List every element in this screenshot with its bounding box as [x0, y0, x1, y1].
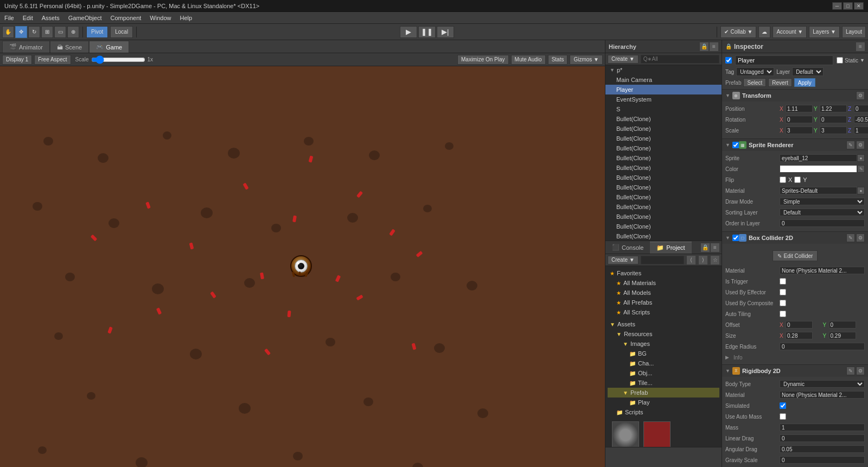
fav-all-materials[interactable]: ★ All Materials	[608, 278, 719, 288]
hierarchy-item-bullet13[interactable]: Bullet(Clone)	[605, 231, 722, 241]
cloud-button[interactable]: ☁	[758, 26, 770, 38]
flip-x-checkbox[interactable]	[780, 176, 786, 183]
assets-cha[interactable]: 📁 Cha...	[608, 358, 719, 368]
assets-images[interactable]: ▼ Images	[608, 339, 719, 349]
hierarchy-search[interactable]	[641, 55, 719, 64]
assets-resources[interactable]: ▼ Resources	[608, 329, 719, 339]
hierarchy-item-bullet1[interactable]: Bullet(Clone)	[605, 114, 722, 124]
select-button[interactable]: Select	[743, 78, 766, 87]
layer-select[interactable]: Default	[792, 67, 824, 76]
rot-z-input[interactable]	[854, 116, 868, 123]
fav-all-scripts[interactable]: ★ All Scripts	[608, 307, 719, 317]
transform-settings-button[interactable]: ⚙	[856, 91, 865, 100]
size-y-input[interactable]	[829, 332, 856, 339]
project-lock-button[interactable]: 🔒	[701, 243, 710, 252]
hierarchy-item-player[interactable]: Player	[605, 85, 722, 94]
hierarchy-item-bullet8[interactable]: Bullet(Clone)	[605, 182, 722, 192]
scale-slider[interactable]	[91, 56, 145, 64]
tool-scale[interactable]: ⊞	[41, 26, 53, 38]
bc-material-input[interactable]	[780, 267, 865, 274]
static-checkbox[interactable]	[837, 57, 843, 64]
assets-header[interactable]: ▼ Assets	[608, 319, 719, 329]
hierarchy-item-bullet3[interactable]: Bullet(Clone)	[605, 134, 722, 143]
hierarchy-item-main-camera[interactable]: Main Camera	[605, 75, 722, 85]
stats-button[interactable]: Stats	[548, 55, 568, 65]
tool-move[interactable]: ✥	[15, 26, 27, 38]
tab-scene[interactable]: 🏔 Scene	[50, 41, 89, 53]
offset-x-input[interactable]	[786, 321, 813, 329]
maximize-on-play-button[interactable]: Maximize On Play	[457, 55, 509, 65]
assets-play[interactable]: 📁 Play	[608, 397, 719, 407]
fav-all-models[interactable]: ★ All Models	[608, 288, 719, 298]
close-button[interactable]: ✕	[854, 2, 864, 10]
sprite-renderer-settings-button[interactable]: ⚙	[856, 141, 865, 149]
menu-gameobject[interactable]: GameObject	[64, 14, 106, 22]
scale-y-input[interactable]	[820, 127, 847, 134]
thumb-bullet[interactable]: Bullet	[643, 421, 671, 447]
project-create-button[interactable]: Create ▼	[608, 256, 639, 264]
assets-obj[interactable]: 📁 Obj...	[608, 368, 719, 378]
hierarchy-lock-button[interactable]: 🔒	[700, 42, 709, 51]
order-input[interactable]	[780, 219, 865, 227]
angular-drag-input[interactable]	[780, 445, 865, 453]
maximize-button[interactable]: □	[843, 2, 853, 10]
display-button[interactable]: Display 1	[2, 55, 32, 65]
edge-radius-input[interactable]	[780, 343, 865, 350]
draw-mode-select[interactable]: Simple	[780, 198, 865, 205]
tool-rotate[interactable]: ↻	[28, 26, 40, 38]
used-by-effector-checkbox[interactable]	[780, 289, 786, 295]
menu-edit[interactable]: Edit	[18, 14, 37, 22]
project-search[interactable]	[641, 256, 684, 264]
box-collider-edit-button[interactable]: ✎	[846, 234, 855, 242]
menu-file[interactable]: File	[0, 14, 18, 22]
assets-scripts[interactable]: 📁 Scripts	[608, 407, 719, 417]
tab-animator[interactable]: 🎬 Animator	[2, 41, 50, 53]
gizmos-button[interactable]: Gizmos ▼	[570, 55, 603, 65]
mute-audio-button[interactable]: Mute Audio	[511, 55, 546, 65]
edit-collider-button[interactable]: ✎ Edit Collider	[773, 250, 818, 261]
hierarchy-item-s[interactable]: S	[605, 104, 722, 114]
tool-hand[interactable]: ✋	[2, 26, 14, 38]
mass-input[interactable]	[780, 424, 865, 431]
rigidbody-edit-button[interactable]: ✎	[846, 367, 855, 375]
hierarchy-item-bullet6[interactable]: Bullet(Clone)	[605, 163, 722, 173]
hierarchy-item-bullet2[interactable]: Bullet(Clone)	[605, 124, 722, 134]
menu-help[interactable]: Help	[175, 14, 196, 22]
linear-drag-input[interactable]	[780, 434, 865, 442]
sprite-renderer-edit-button[interactable]: ✎	[846, 141, 855, 149]
tab-console[interactable]: ⬛ Console	[605, 242, 650, 254]
hierarchy-item-bullet5[interactable]: Bullet(Clone)	[605, 153, 722, 163]
layers-button[interactable]: Layers ▼	[809, 26, 840, 38]
apply-button[interactable]: Apply	[794, 78, 815, 87]
menu-component[interactable]: Component	[106, 14, 145, 22]
hierarchy-item-bullet7[interactable]: Bullet(Clone)	[605, 173, 722, 182]
offset-y-input[interactable]	[829, 321, 856, 329]
fav-all-prefabs[interactable]: ★ All Prefabs	[608, 298, 719, 307]
body-type-select[interactable]: Dynamic	[780, 380, 865, 388]
simulated-checkbox[interactable]	[780, 402, 786, 409]
tool-transform[interactable]: ⊕	[67, 26, 79, 38]
hierarchy-item-bullet10[interactable]: Bullet(Clone)	[605, 202, 722, 212]
tool-rect[interactable]: ▭	[54, 26, 66, 38]
sorting-layer-select[interactable]: Default	[780, 209, 865, 216]
transform-header[interactable]: ▼ ⊕ Transform ⚙	[722, 90, 868, 102]
aspect-button[interactable]: Free Aspect	[34, 55, 71, 65]
hierarchy-item-eventsystem[interactable]: EventSystem	[605, 94, 722, 104]
material-picker-button[interactable]: ●	[857, 187, 865, 194]
use-auto-mass-checkbox[interactable]	[780, 413, 786, 420]
assets-tile[interactable]: 📁 Tile...	[608, 378, 719, 388]
tab-game[interactable]: 🎮 Game	[89, 41, 129, 53]
color-picker-button[interactable]: ✎	[857, 165, 865, 173]
collab-button[interactable]: ✔ Collab ▼	[720, 26, 756, 38]
rigidbody-settings-button[interactable]: ⚙	[856, 367, 865, 375]
pos-y-input[interactable]	[820, 105, 847, 112]
scale-z-input[interactable]	[854, 127, 868, 134]
scale-x-input[interactable]	[786, 127, 813, 134]
pos-x-input[interactable]	[786, 105, 813, 112]
sprite-renderer-enabled[interactable]	[732, 142, 739, 148]
gameobject-name-input[interactable]	[735, 55, 833, 65]
step-button[interactable]: ▶|	[437, 26, 454, 38]
rb-material-input[interactable]	[780, 391, 865, 399]
project-menu-button[interactable]: ≡	[711, 243, 719, 252]
menu-window[interactable]: Window	[145, 14, 175, 22]
